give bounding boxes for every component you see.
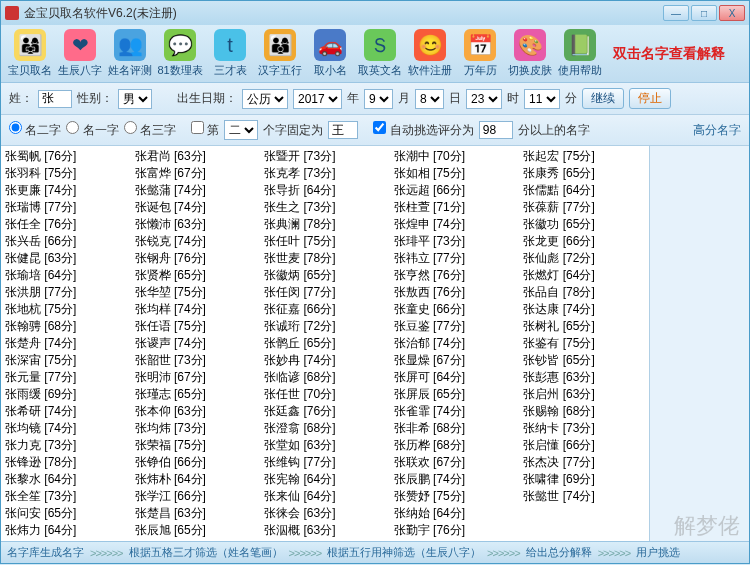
name-item[interactable]: 张屏可 [64分]	[394, 369, 516, 386]
name-item[interactable]: 张楚舟 [74分]	[5, 335, 127, 352]
name-item[interactable]: 张启懂 [66分]	[523, 437, 645, 454]
name-item[interactable]: 张洪朋 [77分]	[5, 284, 127, 301]
name-item[interactable]: 张勤宇 [76分]	[394, 522, 516, 539]
name-item[interactable]: 张任叶 [75分]	[264, 233, 386, 250]
name-item[interactable]: 张豆鉴 [77分]	[394, 318, 516, 335]
name-item[interactable]: 张鸿恒 [67分]	[394, 539, 516, 541]
toolbar-使用帮助[interactable]: 📗使用帮助	[555, 29, 605, 78]
name-item[interactable]: 张仙彪 [72分]	[523, 250, 645, 267]
toolbar-姓名评测[interactable]: 👥姓名评测	[105, 29, 155, 78]
name-item[interactable]: 张均镜 [74分]	[5, 420, 127, 437]
name-item[interactable]: 张树礼 [65分]	[523, 318, 645, 335]
name-item[interactable]: 张泅概 [63分]	[264, 522, 386, 539]
name-item[interactable]: 张啸律 [69分]	[523, 471, 645, 488]
name-item[interactable]: 张均样 [74分]	[135, 301, 257, 318]
name-item[interactable]: 张明沛 [67分]	[135, 369, 257, 386]
name-item[interactable]: 张炜力 [64分]	[5, 522, 127, 539]
name-item[interactable]: 张敖西 [76分]	[394, 284, 516, 301]
name-list[interactable]: 张蜀帆 [76分]张羽科 [75分]张更廉 [74分]张瑞博 [77分]张任全 …	[1, 146, 649, 541]
name-item[interactable]: 张征嘉 [66分]	[264, 301, 386, 318]
name-item[interactable]: 张非希 [68分]	[394, 420, 516, 437]
name-item[interactable]: 张来仙 [64分]	[264, 488, 386, 505]
opt-one-char[interactable]: 名一字	[66, 121, 118, 139]
minimize-button[interactable]: —	[663, 5, 689, 21]
name-item[interactable]: 张京存 [76分]	[5, 539, 127, 541]
name-item[interactable]: 张柱萱 [71分]	[394, 199, 516, 216]
name-item[interactable]: 张世麦 [78分]	[264, 250, 386, 267]
name-item[interactable]: 张任世 [70分]	[264, 386, 386, 403]
month-select[interactable]: 9	[364, 89, 393, 109]
name-item[interactable]: 张品自 [78分]	[523, 284, 645, 301]
toolbar-取小名[interactable]: 🚗取小名	[305, 29, 355, 78]
name-item[interactable]: 张赐翰 [68分]	[523, 403, 645, 420]
name-item[interactable]: 张蜀帆 [76分]	[5, 148, 127, 165]
name-item[interactable]: 张澄翕 [68分]	[264, 420, 386, 437]
nth-checkbox[interactable]: 第	[191, 121, 219, 139]
name-item[interactable]: 张屏辰 [65分]	[394, 386, 516, 403]
maximize-button[interactable]: □	[691, 5, 717, 21]
gender-select[interactable]: 男	[118, 89, 152, 109]
name-item[interactable]: 张楚昌 [63分]	[135, 505, 257, 522]
name-item[interactable]: 张本仰 [63分]	[135, 403, 257, 420]
name-item[interactable]: 张雀霏 [74分]	[394, 403, 516, 420]
toolbar-三才表[interactable]: t三才表	[205, 29, 255, 78]
toolbar-宝贝取名[interactable]: 👨‍👩‍👧宝贝取名	[5, 29, 55, 78]
name-item[interactable]: 张更廉 [74分]	[5, 182, 127, 199]
name-item[interactable]: 张元量 [77分]	[5, 369, 127, 386]
name-item[interactable]: 张瑾志 [65分]	[135, 386, 257, 403]
name-item[interactable]: 张徕会 [63分]	[264, 505, 386, 522]
stop-button[interactable]: 停止	[629, 88, 671, 109]
name-item[interactable]: 张辰鹏 [74分]	[394, 471, 516, 488]
name-item[interactable]: 张钞皆 [65分]	[523, 352, 645, 369]
name-item[interactable]: 张如相 [75分]	[394, 165, 516, 182]
name-item[interactable]: 张任闵 [77分]	[264, 284, 386, 301]
name-item[interactable]: 张儒黠 [64分]	[523, 182, 645, 199]
name-item[interactable]: 张懒沛 [63分]	[135, 216, 257, 233]
name-item[interactable]: 张启州 [63分]	[523, 386, 645, 403]
nth-select[interactable]: 二	[224, 120, 258, 140]
calendar-select[interactable]: 公历	[242, 89, 288, 109]
name-item[interactable]: 张均炜 [73分]	[135, 420, 257, 437]
name-item[interactable]: 张津奇 [77分]	[264, 539, 386, 541]
highscore-link[interactable]: 高分名字	[693, 122, 741, 139]
name-item[interactable]: 张宪翰 [64分]	[264, 471, 386, 488]
toolbar-生辰八字[interactable]: ❤生辰八字	[55, 29, 105, 78]
name-item[interactable]: 张康秀 [65分]	[523, 165, 645, 182]
name-item[interactable]: 张显燥 [67分]	[394, 352, 516, 369]
name-item[interactable]: 张君尚 [63分]	[135, 148, 257, 165]
name-item[interactable]: 张任语 [75分]	[135, 318, 257, 335]
name-item[interactable]: 张任全 [76分]	[5, 216, 127, 233]
name-item[interactable]: 张维钩 [77分]	[264, 454, 386, 471]
opt-two-char[interactable]: 名二字	[9, 121, 61, 139]
name-item[interactable]: 张荣福 [75分]	[135, 437, 257, 454]
name-item[interactable]: 张起宏 [75分]	[523, 148, 645, 165]
name-item[interactable]: 张亨然 [76分]	[394, 267, 516, 284]
name-item[interactable]: 张陆泽 [68分]	[135, 539, 257, 541]
name-item[interactable]: 张潮中 [70分]	[394, 148, 516, 165]
name-item[interactable]: 张学江 [66分]	[135, 488, 257, 505]
name-item[interactable]: 张历桦 [68分]	[394, 437, 516, 454]
name-item[interactable]: 张临谚 [68分]	[264, 369, 386, 386]
name-item[interactable]: 张妙冉 [74分]	[264, 352, 386, 369]
name-item[interactable]: 张达康 [74分]	[523, 301, 645, 318]
name-item[interactable]: 张铮伯 [66分]	[135, 454, 257, 471]
name-item[interactable]: 张廷鑫 [76分]	[264, 403, 386, 420]
hour-select[interactable]: 23	[466, 89, 502, 109]
name-item[interactable]: 张诞包 [74分]	[135, 199, 257, 216]
surname-input[interactable]	[38, 90, 72, 108]
name-item[interactable]: 张黎水 [64分]	[5, 471, 127, 488]
name-item[interactable]: 张典澜 [78分]	[264, 216, 386, 233]
name-item[interactable]: 张葆薪 [77分]	[523, 199, 645, 216]
name-item[interactable]: 张燃灯 [64分]	[523, 267, 645, 284]
name-item[interactable]: 张纳卡 [73分]	[523, 420, 645, 437]
toolbar-取英文名[interactable]: Ｓ取英文名	[355, 29, 405, 78]
toolbar-81数理表[interactable]: 💬81数理表	[155, 29, 205, 78]
name-item[interactable]: 张兴岳 [66分]	[5, 233, 127, 250]
score-input[interactable]	[479, 121, 513, 139]
day-select[interactable]: 8	[415, 89, 444, 109]
name-item[interactable]: 张华堃 [75分]	[135, 284, 257, 301]
fixed-char-input[interactable]	[328, 121, 358, 139]
name-item[interactable]: 张翰骋 [68分]	[5, 318, 127, 335]
name-item[interactable]: 张锐克 [74分]	[135, 233, 257, 250]
year-select[interactable]: 2017	[293, 89, 342, 109]
